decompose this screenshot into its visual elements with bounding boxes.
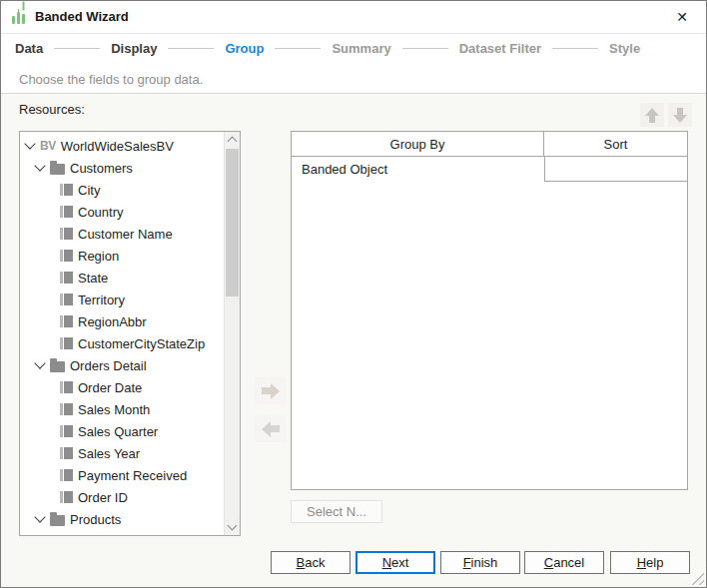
tree-item-payment-received[interactable]: Payment Received bbox=[20, 464, 223, 486]
tree-item-customer-name[interactable]: Customer Name bbox=[20, 223, 223, 245]
field-icon bbox=[60, 469, 73, 481]
wizard-step-summary[interactable]: Summary bbox=[332, 41, 390, 56]
title-bar: Banded Wizard ✕ bbox=[1, 1, 706, 34]
wizard-step-group[interactable]: Group bbox=[225, 41, 264, 56]
step-connector bbox=[168, 48, 214, 49]
field-icon bbox=[60, 250, 73, 262]
window-title: Banded Wizard bbox=[35, 1, 129, 33]
close-icon[interactable]: ✕ bbox=[671, 1, 693, 33]
tree-item-label: Payment Received bbox=[78, 468, 187, 483]
arrow-left-icon bbox=[262, 421, 280, 437]
chevron-down-icon[interactable] bbox=[34, 511, 45, 522]
tree-item-label: Sales Quarter bbox=[78, 424, 158, 439]
tree-item-sales-year[interactable]: Sales Year bbox=[20, 442, 223, 464]
tree-item-label: RegionAbbr bbox=[78, 314, 147, 329]
sort-cell[interactable] bbox=[544, 157, 687, 182]
banded-wizard-icon bbox=[11, 9, 28, 26]
wizard-step-style[interactable]: Style bbox=[609, 41, 640, 56]
tree-item-customers[interactable]: Customers bbox=[20, 157, 223, 179]
field-icon bbox=[60, 272, 73, 284]
select-n-button[interactable]: Select N... bbox=[291, 500, 382, 523]
arrow-right-icon bbox=[262, 383, 280, 399]
table-row[interactable]: Banded Object bbox=[292, 157, 687, 182]
wizard-step-dataset-filter[interactable]: Dataset Filter bbox=[459, 41, 541, 56]
scrollbar-thumb[interactable] bbox=[226, 149, 239, 296]
tree-item-sales-month[interactable]: Sales Month bbox=[20, 398, 223, 420]
table-header-row: Group By Sort bbox=[292, 132, 687, 157]
tree-item-order-date[interactable]: Order Date bbox=[20, 376, 223, 398]
folder-icon bbox=[50, 515, 65, 526]
tree-item-orders-detail[interactable]: Orders Detail bbox=[20, 354, 223, 376]
chevron-down-icon[interactable] bbox=[24, 138, 35, 149]
scroll-up-icon[interactable] bbox=[225, 132, 240, 148]
step-description: Choose the fields to group data. bbox=[19, 72, 203, 87]
help-button[interactable]: Help bbox=[610, 551, 690, 574]
next-button[interactable]: Next bbox=[355, 551, 435, 574]
group-by-cell[interactable]: Banded Object bbox=[292, 157, 544, 182]
tree-item-label: Sales Year bbox=[78, 446, 140, 461]
tree-item-label: WorldWideSalesBV bbox=[61, 139, 174, 154]
cancel-button[interactable]: Cancel bbox=[524, 551, 604, 574]
tree-item-label: Customer Name bbox=[78, 227, 173, 242]
chevron-down-icon[interactable] bbox=[34, 357, 45, 368]
business-view-icon: BV bbox=[40, 139, 56, 153]
finish-button[interactable]: Finish bbox=[440, 551, 520, 574]
tree-item-label: CustomerCityStateZip bbox=[78, 336, 205, 351]
tree-item-territory[interactable]: Territory bbox=[20, 289, 223, 310]
tree-item-label: Territory bbox=[78, 293, 125, 307]
field-icon bbox=[60, 491, 73, 503]
scroll-down-icon[interactable] bbox=[225, 519, 240, 535]
tree-item-label: Order ID bbox=[78, 490, 128, 505]
column-header-sort: Sort bbox=[544, 132, 687, 156]
tree-item-sales-quarter[interactable]: Sales Quarter bbox=[20, 420, 223, 442]
remove-from-group-button[interactable] bbox=[255, 415, 287, 442]
banded-wizard-dialog: Banded Wizard ✕ Data Display Group Summa… bbox=[0, 0, 707, 588]
step-connector bbox=[275, 48, 321, 49]
tree-item-label: Orders Detail bbox=[70, 358, 147, 373]
wizard-step-display[interactable]: Display bbox=[111, 41, 157, 56]
tree-item-label: City bbox=[78, 183, 100, 198]
tree-item-region[interactable]: Region bbox=[20, 245, 223, 267]
field-icon bbox=[60, 206, 73, 218]
field-icon bbox=[60, 447, 73, 459]
field-icon bbox=[60, 294, 73, 305]
tree-item-customercitystatezip[interactable]: CustomerCityStateZip bbox=[20, 332, 223, 354]
tree-item-state[interactable]: State bbox=[20, 267, 223, 289]
add-to-group-button[interactable] bbox=[255, 377, 287, 404]
tree-item[interactable] bbox=[20, 530, 223, 535]
chevron-down-icon[interactable] bbox=[34, 160, 45, 171]
field-icon bbox=[60, 403, 73, 415]
tree-rows: BVWorldWideSalesBV Customers City Countr… bbox=[20, 135, 223, 535]
arrow-down-icon bbox=[673, 108, 687, 123]
tree-item-products[interactable]: Products bbox=[20, 508, 223, 530]
tree-item-label: Customers bbox=[70, 161, 133, 176]
move-down-button[interactable] bbox=[668, 103, 692, 127]
step-connector bbox=[402, 48, 448, 49]
tree-item-label: Order Date bbox=[78, 380, 142, 395]
tree-item-label: Sales Month bbox=[78, 402, 150, 417]
field-icon bbox=[60, 381, 73, 393]
tree-item-city[interactable]: City bbox=[20, 179, 223, 201]
tree-scrollbar[interactable] bbox=[224, 132, 240, 535]
tree-item-regionabbr[interactable]: RegionAbbr bbox=[20, 310, 223, 332]
tree-item-label: Region bbox=[78, 249, 119, 264]
wizard-steps: Data Display Group Summary Dataset Filte… bbox=[15, 41, 640, 56]
tree-item-label: Country bbox=[78, 205, 124, 220]
main-area: Resources: BVWorldWideSalesBV Customers … bbox=[1, 94, 706, 588]
tree-item-label: Products bbox=[70, 512, 121, 527]
field-icon bbox=[60, 337, 73, 349]
wizard-step-data[interactable]: Data bbox=[15, 41, 43, 56]
move-up-button[interactable] bbox=[640, 103, 664, 127]
field-icon bbox=[60, 184, 73, 196]
folder-icon bbox=[50, 164, 65, 175]
field-icon bbox=[60, 425, 73, 437]
tree-item-country[interactable]: Country bbox=[20, 201, 223, 223]
tree-item-order-id[interactable]: Order ID bbox=[20, 486, 223, 508]
tree-item-label: State bbox=[78, 271, 108, 286]
step-connector bbox=[552, 48, 598, 49]
back-button[interactable]: Back bbox=[271, 551, 351, 574]
resources-tree[interactable]: BVWorldWideSalesBV Customers City Countr… bbox=[19, 131, 241, 536]
resources-label: Resources: bbox=[19, 102, 85, 117]
folder-icon bbox=[50, 361, 65, 372]
tree-item-worldwidesalesbv[interactable]: BVWorldWideSalesBV bbox=[20, 135, 223, 157]
